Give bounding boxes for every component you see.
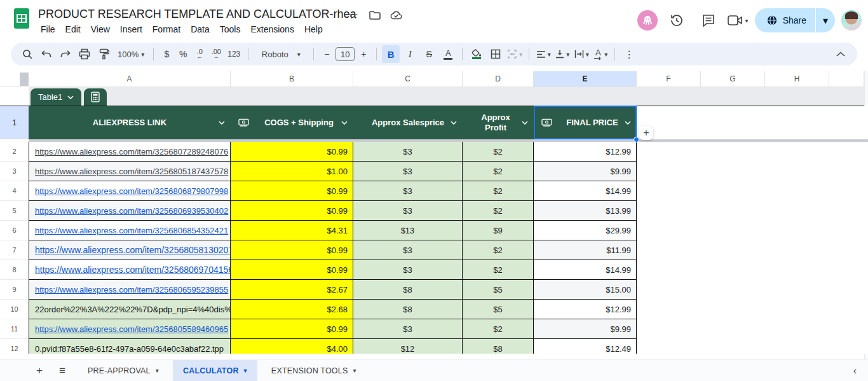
cell-cogs-shipping[interactable]: $4.00 bbox=[231, 339, 353, 354]
cell-approx-salesprice[interactable]: $8 bbox=[353, 300, 463, 319]
empty-area[interactable] bbox=[637, 260, 868, 280]
header-cogs-shipping[interactable]: COGS + Shipping bbox=[231, 106, 353, 139]
empty-area[interactable] bbox=[637, 181, 868, 201]
tab-extension-tools[interactable]: EXTENSION TOOLS ▾ bbox=[261, 360, 367, 381]
cell-approx-salesprice[interactable]: $8 bbox=[353, 280, 463, 300]
column-header-B[interactable]: B bbox=[231, 71, 353, 87]
cell-cogs-shipping[interactable]: $0.99 bbox=[231, 319, 353, 339]
meet-caret-icon[interactable]: ▾ bbox=[745, 17, 749, 24]
search-icon[interactable] bbox=[18, 45, 36, 63]
column-header-G[interactable]: G bbox=[701, 71, 765, 87]
row-number[interactable]: 5 bbox=[0, 201, 29, 221]
table-calculator-button[interactable] bbox=[84, 88, 107, 106]
cell-final-price[interactable]: $15.00 bbox=[534, 280, 637, 300]
cell-final-price[interactable]: $13.99 bbox=[534, 201, 637, 221]
header-approx-salesprice[interactable]: Approx Salesprice bbox=[353, 106, 463, 139]
cell-aliexpress-link[interactable]: 0.pvid:f87a55e8-61f2-497a-a059-64e0c3aba… bbox=[29, 339, 231, 354]
cell-approx-profit[interactable]: $5 bbox=[463, 280, 534, 300]
cell-aliexpress-link[interactable]: 22order%22%3A%222%22%7D&pdp_npi=4%40dis%… bbox=[29, 300, 231, 319]
add-sheet-button[interactable]: + bbox=[28, 360, 51, 381]
fill-color-button[interactable] bbox=[468, 45, 485, 63]
cell-approx-profit[interactable]: $2 bbox=[463, 201, 534, 221]
meet-video-call-button[interactable]: ▾ bbox=[728, 15, 749, 26]
comments-icon[interactable] bbox=[696, 8, 721, 33]
tab-caret-icon[interactable]: ▾ bbox=[353, 367, 356, 374]
cell-aliexpress-link[interactable]: https://www.aliexpress.com/item/32568058… bbox=[29, 240, 231, 260]
column-header-H[interactable]: H bbox=[765, 71, 829, 87]
cell-approx-salesprice[interactable]: $3 bbox=[353, 201, 463, 221]
user-avatar[interactable] bbox=[841, 10, 862, 31]
cell-approx-profit[interactable]: $2 bbox=[463, 240, 534, 260]
table1-tab[interactable]: Table1 bbox=[31, 88, 81, 106]
row-number[interactable]: 3 bbox=[0, 162, 29, 181]
cell-aliexpress-link[interactable]: https://www.aliexpress.com/item/32568055… bbox=[29, 319, 231, 339]
font-family-select[interactable]: Roboto ▾ bbox=[254, 45, 308, 63]
menu-item-tools[interactable]: Tools bbox=[215, 23, 246, 36]
row-number[interactable]: 7 bbox=[0, 240, 29, 260]
cell-cogs-shipping[interactable]: $2.67 bbox=[231, 280, 353, 300]
cell-cogs-shipping[interactable]: $0.99 bbox=[231, 142, 353, 162]
sheets-logo-icon[interactable] bbox=[14, 8, 29, 29]
share-button[interactable]: Share ▾ bbox=[755, 8, 835, 32]
column-header-F[interactable]: F bbox=[637, 71, 701, 87]
header-approx-profit[interactable]: Approx Profit bbox=[463, 106, 534, 139]
column-header-E[interactable]: E bbox=[534, 71, 637, 87]
menu-item-help[interactable]: Help bbox=[299, 23, 328, 36]
text-rotation-button[interactable]: A ▾ bbox=[592, 45, 609, 63]
cell-final-price[interactable]: $12.99 bbox=[534, 300, 637, 319]
format-currency-icon[interactable]: $ bbox=[159, 45, 174, 63]
menu-item-data[interactable]: Data bbox=[186, 23, 215, 36]
cell-approx-profit[interactable]: $2 bbox=[463, 319, 534, 339]
vertical-align-button[interactable]: ▾ bbox=[553, 45, 571, 63]
cell-approx-salesprice[interactable]: $3 bbox=[353, 260, 463, 280]
cell-approx-salesprice[interactable]: $3 bbox=[353, 142, 463, 162]
scroll-tabs-left-icon[interactable]: ‹ bbox=[853, 365, 857, 377]
cell-cogs-shipping[interactable]: $2.68 bbox=[231, 300, 353, 319]
cell-approx-salesprice[interactable]: $3 bbox=[353, 181, 463, 201]
tab-caret-icon[interactable]: ▾ bbox=[244, 367, 247, 374]
empty-area[interactable] bbox=[637, 280, 868, 300]
empty-area[interactable] bbox=[637, 319, 868, 339]
tab-caret-icon[interactable]: ▾ bbox=[156, 367, 159, 374]
move-folder-icon[interactable] bbox=[369, 9, 381, 22]
cell-cogs-shipping[interactable]: $0.99 bbox=[231, 201, 353, 221]
cell-cogs-shipping[interactable]: $0.99 bbox=[231, 240, 353, 260]
row-number[interactable]: 10 bbox=[0, 300, 29, 319]
empty-area[interactable] bbox=[637, 240, 868, 260]
row-number[interactable]: 2 bbox=[0, 142, 29, 162]
column-header-C[interactable]: C bbox=[353, 71, 463, 87]
increase-font-size-button[interactable]: + bbox=[356, 45, 371, 63]
cell-approx-profit[interactable]: $5 bbox=[463, 300, 534, 319]
cell-approx-salesprice[interactable]: $3 bbox=[353, 240, 463, 260]
decrease-decimal-icon[interactable]: .0← bbox=[192, 45, 207, 63]
cell-final-price[interactable]: $29.99 bbox=[534, 221, 637, 240]
cell-approx-profit[interactable]: $9 bbox=[463, 221, 534, 240]
cell-aliexpress-link[interactable]: https://www.aliexpress.com/item/32568069… bbox=[29, 260, 231, 280]
document-title[interactable]: PRODUCT RESEARCH TEMPLATE AND CALCULATOR… bbox=[38, 8, 356, 21]
empty-area[interactable] bbox=[637, 162, 868, 181]
column-header-D[interactable]: D bbox=[463, 71, 534, 87]
cell-final-price[interactable]: $12.99 bbox=[534, 142, 637, 162]
cell-approx-profit[interactable]: $2 bbox=[463, 142, 534, 162]
row-number[interactable]: 9 bbox=[0, 280, 29, 300]
cell-approx-salesprice[interactable]: $12 bbox=[353, 339, 463, 354]
empty-area[interactable] bbox=[637, 300, 868, 319]
cell-cogs-shipping[interactable]: $0.99 bbox=[231, 260, 353, 280]
number-format-button[interactable]: 123 bbox=[225, 45, 243, 63]
column-header-partial[interactable] bbox=[829, 71, 864, 87]
horizontal-align-button[interactable]: ▾ bbox=[534, 45, 552, 63]
cell-approx-salesprice[interactable]: $13 bbox=[353, 221, 463, 240]
menu-item-format[interactable]: Format bbox=[147, 23, 186, 36]
cell-approx-salesprice[interactable]: $3 bbox=[353, 162, 463, 181]
menu-item-insert[interactable]: Insert bbox=[115, 23, 147, 36]
cell-cogs-shipping[interactable]: $1.00 bbox=[231, 162, 353, 181]
cell-cogs-shipping[interactable]: $4.31 bbox=[231, 221, 353, 240]
collapse-toolbar-icon[interactable] bbox=[832, 45, 850, 63]
cell-aliexpress-link[interactable]: https://www.aliexpress.com/item/32568072… bbox=[29, 142, 231, 162]
select-all-corner[interactable] bbox=[0, 71, 29, 87]
add-column-button[interactable]: + bbox=[639, 126, 653, 140]
redo-icon[interactable] bbox=[57, 45, 74, 63]
row-number[interactable]: 8 bbox=[0, 260, 29, 280]
row-number-1[interactable]: 1 bbox=[0, 106, 29, 139]
text-color-button[interactable]: A bbox=[439, 45, 457, 63]
